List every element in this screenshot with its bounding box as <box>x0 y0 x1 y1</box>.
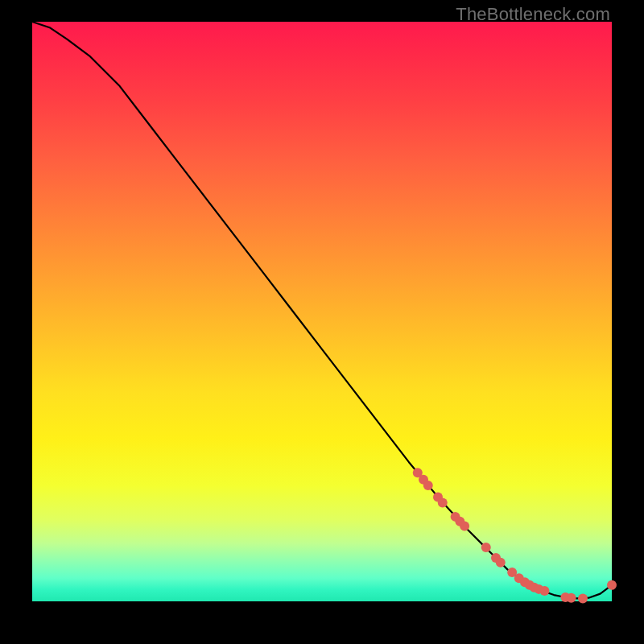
highlight-dot <box>481 543 491 552</box>
chart-stage: TheBottleneck.com <box>0 0 644 644</box>
highlight-dot <box>438 498 448 508</box>
highlight-dot <box>578 593 588 603</box>
bottleneck-curve <box>32 22 612 598</box>
highlight-dot <box>607 580 617 590</box>
highlight-dot <box>539 586 549 596</box>
highlight-dot <box>496 558 506 568</box>
curve-svg <box>32 22 612 601</box>
highlight-dot <box>567 593 576 603</box>
highlight-dot <box>460 521 469 530</box>
plot-area <box>32 22 612 601</box>
highlight-dot <box>423 481 433 490</box>
highlight-dots-group <box>413 468 617 603</box>
